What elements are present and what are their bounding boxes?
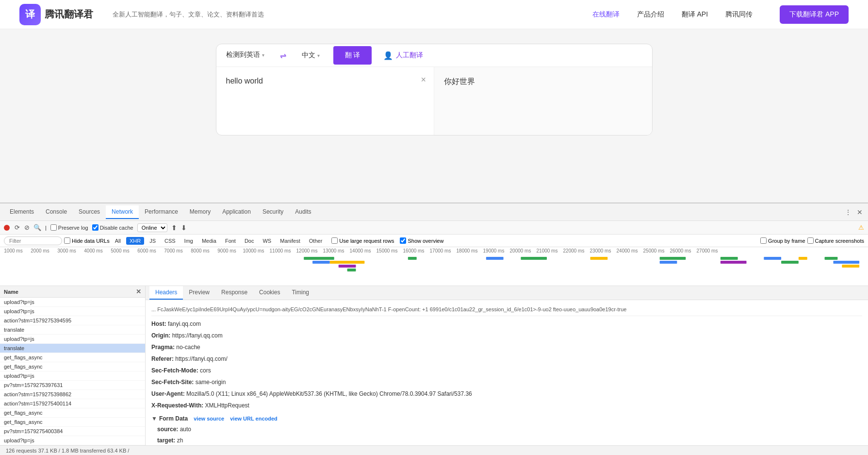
translated-text: 你好世界 [444, 77, 642, 87]
logo-icon: 译 [19, 4, 41, 25]
nav-link-api[interactable]: 翻译 API [682, 10, 708, 19]
navbar: 译 腾讯翻译君 全新人工智能翻译，句子、文章、论文、资料翻译首选 在线翻译 产品… [0, 0, 868, 29]
logo-text: 腾讯翻译君 [45, 8, 93, 21]
source-text-input[interactable]: hello world [226, 77, 425, 120]
nav-slogan: 全新人工智能翻译，句子、文章、论文、资料翻译首选 [113, 10, 264, 19]
main-content: 检测到英语 ▾ ⇌ 中文 ▾ 翻 译 👤 人工翻译 hello world × … [0, 29, 868, 135]
nav-link-translate[interactable]: 在线翻译 [592, 10, 620, 19]
source-lang-arrow: ▾ [262, 52, 264, 58]
nav-link-tongchuan[interactable]: 腾讯同传 [725, 10, 753, 19]
human-translate-label: 人工翻译 [396, 51, 423, 60]
nav-links: 在线翻译 产品介绍 翻译 API 腾讯同传 下载翻译君 APP [592, 5, 849, 24]
logo: 译 腾讯翻译君 [19, 4, 93, 25]
clear-input-button[interactable]: × [421, 75, 426, 85]
source-lang-label: 检测到英语 [226, 51, 260, 59]
download-button[interactable]: 下载翻译君 APP [780, 5, 849, 24]
nav-link-product[interactable]: 产品介绍 [637, 10, 664, 19]
lang-swap-button[interactable]: ⇌ [274, 51, 292, 60]
target-lang-label: 中文 [302, 51, 315, 60]
target-lang-selector[interactable]: 中文 ▾ [292, 45, 329, 66]
text-areas: hello world × 你好世界 [216, 67, 652, 135]
source-lang-selector[interactable]: 检测到英语 ▾ [216, 45, 274, 66]
target-lang-arrow: ▾ [317, 53, 320, 58]
human-icon: 👤 [383, 51, 393, 60]
lang-selector-bar: 检测到英语 ▾ ⇌ 中文 ▾ 翻 译 👤 人工翻译 [216, 44, 652, 67]
human-translate-button[interactable]: 👤 人工翻译 [376, 46, 431, 65]
translate-container: 检测到英语 ▾ ⇌ 中文 ▾ 翻 译 👤 人工翻译 hello world × … [216, 44, 653, 135]
input-area: hello world × [216, 67, 435, 135]
output-area: 你好世界 [434, 67, 652, 135]
translate-button[interactable]: 翻 译 [333, 46, 372, 65]
